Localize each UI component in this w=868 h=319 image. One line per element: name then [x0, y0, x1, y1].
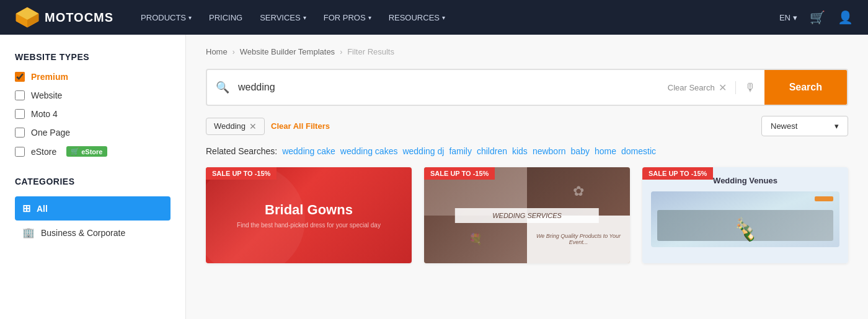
wedding-services-label: WEDDING SERVICES [455, 208, 599, 223]
venues-placeholder-img: 🍾 [657, 210, 833, 241]
cart-icon[interactable]: 🛒 [810, 10, 825, 25]
chevron-down-icon: ▾ [793, 13, 797, 22]
type-estore-checkbox[interactable] [15, 147, 25, 157]
related-link-9[interactable]: domestic [621, 146, 656, 156]
active-filters: Wedding ✕ Clear All Filters [206, 118, 330, 135]
related-link-3[interactable]: family [449, 146, 472, 156]
related-link-8[interactable]: home [595, 146, 616, 156]
template-thumb-2: Wedding Venues 🍾 [642, 167, 848, 263]
related-link-2[interactable]: wedding dj [402, 146, 444, 156]
type-website[interactable]: Website [15, 90, 170, 100]
user-icon[interactable]: 👤 [838, 10, 853, 25]
bridal-subtitle: Find the best hand-picked dress for your… [237, 222, 381, 229]
venues-title: Wedding Venues [713, 176, 777, 185]
type-onepage[interactable]: One Page [15, 128, 170, 138]
type-premium-checkbox[interactable] [15, 72, 25, 82]
chevron-down-icon: ▾ [442, 14, 445, 21]
category-all[interactable]: ⊞ All [15, 196, 170, 221]
logo[interactable]: MOTOCMS [15, 6, 113, 28]
nav-pricing[interactable]: PRICING [202, 9, 250, 26]
type-moto4-checkbox[interactable] [15, 109, 25, 119]
type-estore-label: eStore [31, 147, 56, 157]
breadcrumb-sep-1: › [232, 48, 235, 56]
sale-badge-1: SALE UP TO -15% [424, 167, 495, 180]
chevron-down-icon: ▾ [368, 14, 371, 21]
remove-filter-icon: ✕ [249, 121, 257, 131]
related-link-7[interactable]: baby [571, 146, 590, 156]
wedding-thumb: ✿ 💐 We Bring Quality Products to Your Ev… [424, 167, 630, 263]
venues-image: 🍾 [651, 191, 839, 247]
building-icon: 🏢 [22, 227, 35, 238]
wedding-welcome-text: We Bring Quality Products to Your Event.… [532, 233, 625, 245]
search-input[interactable] [238, 73, 659, 102]
clear-search-label: Clear Search [668, 83, 715, 92]
website-types-title: WEBSITE TYPES [15, 52, 170, 62]
related-link-5[interactable]: kids [512, 146, 528, 156]
template-thumb-1: ✿ 💐 We Bring Quality Products to Your Ev… [424, 167, 630, 263]
cart-small-icon: 🛒 [71, 147, 79, 155]
type-website-checkbox[interactable] [15, 90, 25, 100]
clear-search-button[interactable]: Clear Search ✕ [659, 82, 735, 94]
nav-forpros[interactable]: FOR PROS ▾ [316, 9, 379, 26]
bridal-title: Bridal Gowns [265, 202, 353, 218]
nav-services[interactable]: SERVICES ▾ [252, 9, 314, 26]
logo-icon [15, 6, 40, 28]
chevron-down-icon: ▾ [303, 14, 306, 21]
nav-products[interactable]: PRODUCTS ▾ [133, 9, 199, 26]
breadcrumb: Home › Website Builder Templates › Filte… [206, 47, 848, 56]
categories-title: CATEGORIES [15, 177, 170, 186]
related-link-1[interactable]: wedding cakes [340, 146, 398, 156]
sort-dropdown[interactable]: Newest ▾ [761, 116, 848, 136]
page-layout: WEBSITE TYPES Premium Website Moto 4 One… [0, 35, 868, 319]
breadcrumb-sep-2: › [340, 48, 342, 56]
website-types-group: Premium Website Moto 4 One Page eStore 🛒… [15, 72, 170, 157]
breadcrumb-templates[interactable]: Website Builder Templates [240, 47, 335, 56]
template-thumb-0: Bridal Gowns Find the best hand-picked d… [206, 167, 412, 263]
related-link-6[interactable]: newborn [533, 146, 566, 156]
navbar: MOTOCMS PRODUCTS ▾ PRICING SERVICES ▾ FO… [0, 0, 868, 35]
venues-thumb: Wedding Venues 🍾 [642, 167, 848, 263]
sidebar: WEBSITE TYPES Premium Website Moto 4 One… [0, 35, 186, 319]
categories-section: CATEGORIES ⊞ All 🏢 Business & Corporate [15, 177, 170, 245]
language-selector[interactable]: EN ▾ [779, 13, 797, 22]
type-premium-label: Premium [31, 72, 68, 82]
venues-accent [815, 196, 833, 201]
grid-icon: ⊞ [22, 203, 30, 214]
sale-badge-0: SALE UP TO -15% [206, 167, 277, 180]
navbar-right: EN ▾ 🛒 👤 [779, 10, 853, 25]
type-moto4[interactable]: Moto 4 [15, 109, 170, 119]
type-website-label: Website [31, 90, 62, 100]
logo-text: MOTOCMS [45, 11, 113, 25]
sale-badge-2: SALE UP TO -15% [642, 167, 713, 180]
search-icon: 🔍 [207, 81, 238, 94]
template-card-2[interactable]: SALE UP TO -15% Wedding Venues 🍾 [642, 167, 848, 263]
type-onepage-checkbox[interactable] [15, 128, 25, 138]
close-icon: ✕ [719, 82, 727, 94]
related-link-4[interactable]: children [477, 146, 507, 156]
type-premium[interactable]: Premium [15, 72, 170, 82]
related-searches-label: Related Searches: [206, 146, 277, 156]
template-card-1[interactable]: SALE UP TO -15% ✿ 💐 We Bring Quality Pro… [424, 167, 630, 263]
type-estore[interactable]: eStore 🛒 eStore [15, 146, 170, 157]
nav-resources[interactable]: RESOURCES ▾ [381, 9, 453, 26]
search-button[interactable]: Search [764, 70, 847, 105]
search-bar: 🔍 Clear Search ✕ 🎙 Search [206, 69, 848, 106]
type-moto4-label: Moto 4 [31, 109, 58, 119]
breadcrumb-current: Filter Results [347, 47, 394, 56]
breadcrumb-home[interactable]: Home [206, 47, 228, 56]
related-searches: Related Searches: wedding cake wedding c… [206, 146, 848, 156]
type-onepage-label: One Page [31, 128, 70, 138]
template-card-0[interactable]: SALE UP TO -15% Bridal Gowns Find the be… [206, 167, 412, 263]
clear-all-filters-button[interactable]: Clear All Filters [271, 121, 330, 131]
related-link-0[interactable]: wedding cake [282, 146, 335, 156]
category-business[interactable]: 🏢 Business & Corporate [15, 221, 170, 245]
microphone-icon[interactable]: 🎙 [735, 81, 764, 94]
chevron-down-icon: ▾ [188, 14, 192, 21]
estore-badge: 🛒 eStore [66, 146, 107, 157]
navbar-menu: PRODUCTS ▾ PRICING SERVICES ▾ FOR PROS ▾… [133, 9, 760, 26]
templates-grid: SALE UP TO -15% Bridal Gowns Find the be… [206, 167, 848, 263]
filter-tag-wedding[interactable]: Wedding ✕ [206, 118, 265, 135]
filters-row: Wedding ✕ Clear All Filters Newest ▾ [206, 116, 848, 136]
chevron-down-icon: ▾ [835, 121, 839, 131]
bridal-thumb: Bridal Gowns Find the best hand-picked d… [206, 167, 412, 263]
